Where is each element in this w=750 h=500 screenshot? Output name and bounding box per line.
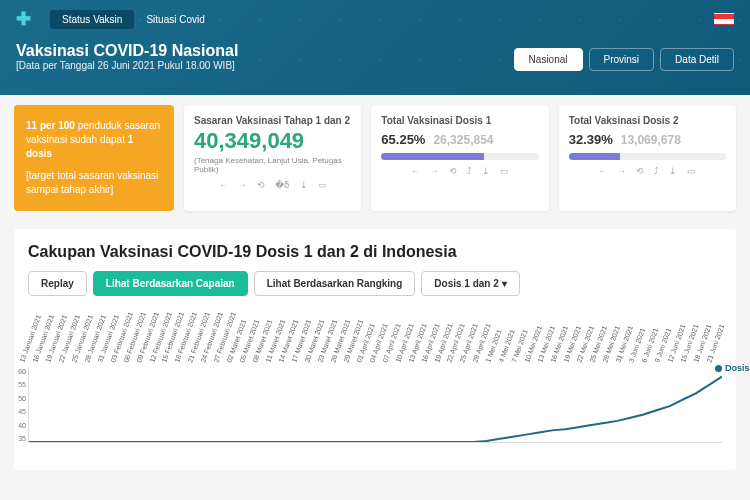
- sasaran-card: Sasaran Vaksinasi Tahap 1 dan 2 40,349,0…: [184, 105, 361, 211]
- sasaran-label: Sasaran Vaksinasi Tahap 1 dan 2: [194, 115, 351, 126]
- coverage-section: Cakupan Vaksinasi COVID-19 Dosis 1 dan 2…: [14, 229, 736, 470]
- flag-indonesia-icon[interactable]: [714, 13, 734, 25]
- sasaran-value: 40,349,049: [194, 128, 351, 154]
- download-icon[interactable]: ⤓: [482, 166, 490, 176]
- header-banner: Status Vaksin Situasi Covid Vaksinasi CO…: [0, 0, 750, 95]
- nav-situasi-covid[interactable]: Situasi Covid: [146, 14, 204, 25]
- prev-icon[interactable]: ←: [598, 166, 607, 176]
- highlight-card: 11 per 100 penduduk sasaran vaksinasi su…: [14, 105, 174, 211]
- share-icon[interactable]: ⤴: [654, 166, 659, 176]
- dose2-count: 13,069,678: [621, 133, 681, 147]
- sasaran-note: (Tenaga Kesehatan, Lanjut Usia, Petugas …: [194, 156, 351, 174]
- fullscreen-icon[interactable]: ▭: [500, 166, 509, 176]
- view-capaian-button[interactable]: Lihat Berdasarkan Capaian: [93, 271, 248, 296]
- app-logo: [16, 8, 38, 30]
- section-title: Cakupan Vaksinasi COVID-19 Dosis 1 dan 2…: [28, 243, 722, 261]
- next-icon[interactable]: →: [238, 180, 247, 190]
- page-subtitle: [Data per Tanggal 26 Juni 2021 Pukul 18.…: [16, 60, 238, 71]
- refresh-icon[interactable]: ⟲: [257, 180, 265, 190]
- next-icon[interactable]: →: [617, 166, 626, 176]
- page-title: Vaksinasi COVID-19 Nasional: [16, 42, 238, 60]
- fullscreen-icon[interactable]: ▭: [687, 166, 696, 176]
- dose2-card: Total Vaksinasi Dosis 2 32.39%13,069,678…: [559, 105, 736, 211]
- dose1-bar: [381, 153, 484, 160]
- dose1-card: Total Vaksinasi Dosis 1 65.25%26,325,854…: [371, 105, 548, 211]
- download-icon[interactable]: ⤓: [669, 166, 677, 176]
- card-toolbar: ←→⟲�ẟ⤓▭: [194, 180, 351, 190]
- series-endpoint-label: Dosis 1 61.: [715, 363, 750, 373]
- tab-data-detil[interactable]: Data Detil: [660, 48, 734, 71]
- refresh-icon[interactable]: ⟲: [636, 166, 644, 176]
- dose2-pct: 32.39%: [569, 132, 613, 147]
- share-icon[interactable]: �ẟ: [275, 180, 290, 190]
- download-icon[interactable]: ⤓: [300, 180, 308, 190]
- nav-status-vaksin[interactable]: Status Vaksin: [50, 10, 134, 29]
- coverage-chart: 13 Januari 202116 Januari 202119 Januari…: [28, 306, 722, 456]
- prev-icon[interactable]: ←: [219, 180, 228, 190]
- next-icon[interactable]: →: [430, 166, 439, 176]
- tab-nasional[interactable]: Nasional: [514, 48, 583, 71]
- dose2-bar: [569, 153, 620, 160]
- tab-provinsi[interactable]: Provinsi: [589, 48, 655, 71]
- share-icon[interactable]: ⤴: [467, 166, 472, 176]
- fullscreen-icon[interactable]: ▭: [318, 180, 327, 190]
- replay-button[interactable]: Replay: [28, 271, 87, 296]
- dose1-pct: 65.25%: [381, 132, 425, 147]
- view-rangking-button[interactable]: Lihat Berdasarkan Rangking: [254, 271, 416, 296]
- dose1-count: 26,325,854: [433, 133, 493, 147]
- prev-icon[interactable]: ←: [411, 166, 420, 176]
- dosis-dropdown[interactable]: Dosis 1 dan 2 ▾: [421, 271, 519, 296]
- refresh-icon[interactable]: ⟲: [449, 166, 457, 176]
